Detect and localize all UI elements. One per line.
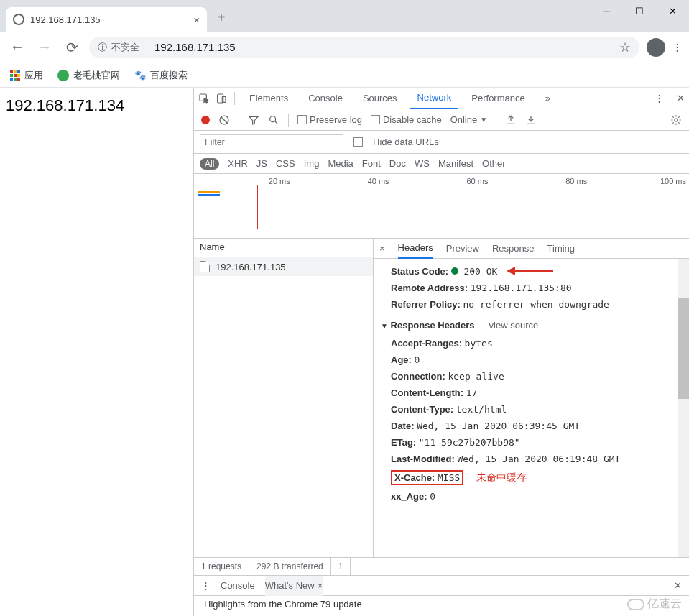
status-requests: 1 requests (194, 558, 249, 575)
record-button[interactable] (201, 116, 210, 124)
forward-button[interactable]: → (34, 39, 55, 55)
drawer-tab-whatsnew[interactable]: What's New × (265, 576, 323, 596)
collapse-triangle-icon[interactable]: ▼ (381, 322, 388, 330)
detail-scrollbar-thumb[interactable] (678, 298, 689, 399)
profile-avatar[interactable] (647, 38, 665, 57)
network-timeline[interactable]: 20 ms 40 ms 60 ms 80 ms 100 ms (194, 174, 689, 239)
bookmark-label-2: 百度搜索 (150, 69, 188, 82)
upload-icon[interactable] (505, 114, 517, 126)
inspect-icon[interactable] (198, 93, 210, 104)
bookmarks-bar: 应用 老毛桃官网 🐾 百度搜索 (0, 63, 689, 88)
download-icon[interactable] (525, 114, 537, 126)
bookmark-star-icon[interactable]: ☆ (619, 40, 631, 55)
page-heading: 192.168.171.134 (6, 96, 124, 114)
back-button[interactable]: ← (7, 39, 27, 55)
settings-gear-icon[interactable] (670, 114, 682, 126)
insecure-label: 不安全 (111, 41, 139, 54)
hdr-v-3: 17 (466, 387, 478, 398)
browser-menu-button[interactable]: ⋮ (672, 42, 682, 52)
drawer-menu-icon[interactable]: ⋮ (201, 580, 211, 591)
request-row[interactable]: 192.168.171.135 (194, 257, 373, 276)
svg-marker-7 (507, 267, 553, 275)
close-drawer-icon[interactable]: ✕ (674, 580, 682, 591)
url-text: 192.168.171.135 (154, 41, 236, 53)
throttle-select[interactable]: Online ▼ (450, 114, 487, 125)
request-detail: × Headers Preview Response Timing Status… (374, 239, 689, 557)
preserve-log-checkbox[interactable] (297, 115, 307, 124)
search-icon[interactable] (268, 114, 279, 126)
x-cache-highlight: X-Cache: MISS (391, 470, 463, 485)
devtools-tabs: Elements Console Sources Network Perform… (194, 88, 689, 109)
close-tab-icon[interactable]: × (193, 14, 200, 26)
status-cut: 1 (331, 558, 351, 575)
type-other[interactable]: Other (482, 158, 506, 169)
type-ws[interactable]: WS (415, 158, 430, 169)
response-headers-title: Response Headers (391, 320, 475, 331)
bookmark-item-2[interactable]: 🐾 百度搜索 (134, 69, 188, 82)
hdr-k-0: Accept-Ranges: (391, 338, 462, 349)
close-window-button[interactable]: ✕ (656, 0, 689, 22)
hdr-v-5: Wed, 15 Jan 2020 06:39:45 GMT (417, 420, 580, 431)
devtools-menu-icon[interactable]: ⋮ (655, 93, 664, 104)
hdr-v-7: Wed, 15 Jan 2020 06:19:48 GMT (457, 454, 620, 464)
type-manifest[interactable]: Manifest (438, 158, 473, 169)
maximize-button[interactable]: ☐ (623, 0, 656, 22)
device-toggle-icon[interactable] (216, 93, 227, 104)
list-header-name[interactable]: Name (194, 239, 373, 257)
type-doc[interactable]: Doc (389, 158, 406, 169)
hide-urls-label: Hide data URLs (373, 137, 439, 147)
detail-tab-headers[interactable]: Headers (398, 239, 433, 259)
type-media[interactable]: Media (328, 158, 353, 169)
tab-network[interactable]: Network (410, 88, 459, 109)
minimize-button[interactable]: ─ (590, 0, 623, 22)
apps-shortcut[interactable]: 应用 (10, 69, 43, 82)
browser-tab[interactable]: 192.168.171.135 × (6, 7, 207, 32)
apps-icon (10, 70, 20, 81)
detail-scrollbar-track[interactable] (678, 259, 689, 557)
detail-tab-preview[interactable]: Preview (446, 239, 479, 259)
status-code-label: Status Code: (391, 266, 448, 277)
filter-icon[interactable] (248, 114, 259, 126)
watermark: 亿速云 (627, 597, 682, 612)
url-input[interactable]: ⓘ 不安全 192.168.171.135 ☆ (89, 37, 639, 58)
type-js[interactable]: JS (256, 158, 267, 169)
new-tab-button[interactable]: + (217, 9, 226, 26)
type-css[interactable]: CSS (276, 158, 295, 169)
type-img[interactable]: Img (304, 158, 320, 169)
devtools-close-icon[interactable]: ✕ (677, 93, 685, 104)
close-whatsnew-icon[interactable]: × (318, 580, 323, 591)
drawer-tabs: ⋮ Console What's New × ✕ (194, 576, 689, 596)
hdr-v-2: keep-alive (448, 371, 504, 382)
bookmark-item-1[interactable]: 老毛桃官网 (57, 69, 120, 82)
hdr-k-4: Content-Type: (391, 404, 453, 415)
drawer-tab-console[interactable]: Console (221, 576, 255, 596)
hdr-v-1: 0 (415, 354, 420, 365)
remote-address-value: 192.168.171.135:80 (471, 282, 572, 293)
network-status-bar: 1 requests 292 B transferred 1 (194, 557, 689, 576)
tab-console[interactable]: Console (301, 88, 350, 109)
disable-cache-checkbox[interactable] (371, 115, 380, 124)
referrer-policy-label: Referrer Policy: (391, 299, 461, 310)
clear-icon[interactable] (218, 114, 230, 126)
filter-input[interactable] (200, 134, 343, 150)
tab-performance[interactable]: Performance (464, 88, 532, 109)
security-indicator[interactable]: ⓘ 不安全 (98, 41, 147, 54)
tick-80: 80 ms (491, 177, 590, 185)
view-source-link[interactable]: view source (489, 320, 539, 331)
hdr-v-8: MISS (438, 472, 460, 483)
type-xhr[interactable]: XHR (228, 158, 247, 169)
request-list: Name 192.168.171.135 (194, 239, 374, 557)
network-filter-bar: Hide data URLs (194, 131, 689, 154)
detail-tab-timing[interactable]: Timing (547, 239, 575, 259)
hide-urls-checkbox[interactable] (353, 137, 363, 147)
type-all[interactable]: All (200, 158, 219, 170)
reload-button[interactable]: ⟳ (62, 39, 82, 56)
tab-sources[interactable]: Sources (356, 88, 404, 109)
detail-tab-response[interactable]: Response (492, 239, 535, 259)
tab-overflow[interactable]: » (538, 88, 558, 109)
close-detail-icon[interactable]: × (379, 243, 385, 254)
type-font[interactable]: Font (362, 158, 381, 169)
tab-elements[interactable]: Elements (242, 88, 295, 109)
svg-point-6 (675, 119, 678, 121)
bookmark-favicon-1 (57, 70, 69, 81)
